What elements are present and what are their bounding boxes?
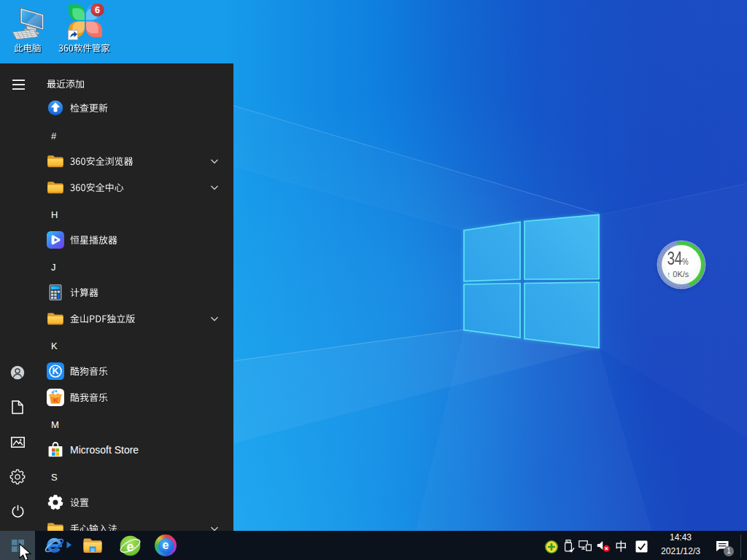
svg-text:6: 6 bbox=[95, 5, 100, 15]
svg-text:K: K bbox=[53, 396, 58, 404]
svg-text:e: e bbox=[126, 540, 133, 554]
svg-text:K: K bbox=[52, 366, 58, 376]
